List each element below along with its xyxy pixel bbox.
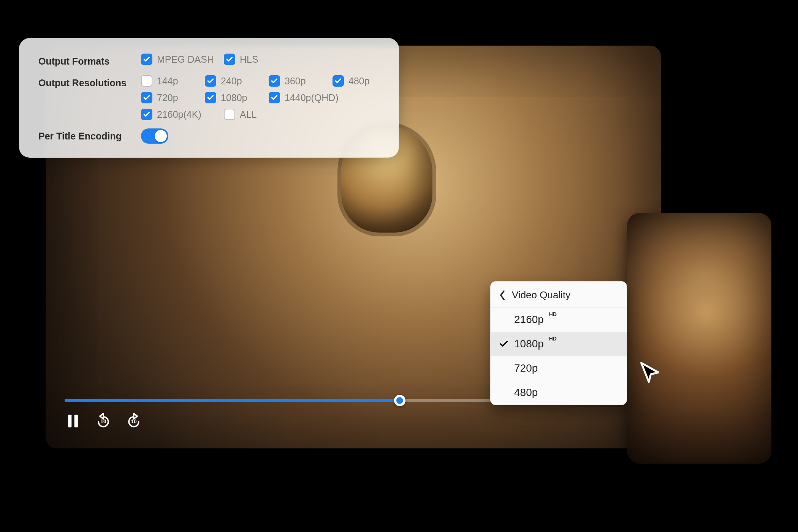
resolution-option-4[interactable]: 720p (141, 92, 198, 103)
resolution-option-3[interactable]: 480p (332, 75, 378, 87)
quality-option-label: 2160p HD (514, 314, 557, 326)
resolution-option-0[interactable]: 144p (141, 75, 198, 87)
checkbox-icon (205, 92, 216, 103)
resolution-option-1[interactable]: 240p (205, 75, 262, 87)
checkbox-icon (332, 75, 344, 87)
quality-options: 2160p HD1080p HD720p480p (491, 307, 627, 405)
rewind-10-icon: 10 (95, 413, 112, 429)
progress-knob[interactable] (394, 395, 405, 406)
checkbox-icon (141, 54, 152, 65)
output-formats-options: MPEG DASHHLS (141, 54, 258, 65)
svg-rect-1 (74, 415, 78, 428)
per-title-label: Per Title Encoding (38, 131, 141, 142)
svg-text:10: 10 (100, 419, 106, 424)
pause-button[interactable] (65, 413, 81, 429)
quality-menu-header: Video Quality (491, 282, 627, 307)
checkbox-label: 360p (285, 76, 306, 87)
resolution-option-6[interactable]: 1440p(QHD) (269, 92, 352, 103)
checkbox-label: ALL (240, 109, 256, 120)
quality-option-label: 480p (514, 386, 538, 399)
checkbox-icon (269, 75, 280, 87)
forward-10-icon: 10 (125, 413, 142, 429)
forward-10-button[interactable]: 10 (125, 413, 142, 429)
checkbox-label: 480p (348, 76, 370, 87)
resolution-option-5[interactable]: 1080p (205, 92, 262, 103)
mobile-preview (627, 213, 771, 464)
checkbox-label: 1440p(QHD) (285, 92, 339, 103)
checkbox-label: 144p (157, 76, 178, 87)
video-quality-menu: Video Quality 2160p HD1080p HD720p480p (490, 281, 627, 405)
output-resolutions-label: Output Resolutions (38, 75, 141, 89)
checkbox-icon (141, 75, 152, 87)
quality-option-480p[interactable]: 480p (491, 380, 627, 405)
checkbox-icon (205, 75, 216, 87)
quality-option-720p[interactable]: 720p (491, 356, 627, 380)
per-title-toggle[interactable] (141, 128, 168, 144)
svg-text:10: 10 (131, 419, 137, 424)
checkbox-icon (141, 92, 152, 103)
checkbox-label: MPEG DASH (157, 54, 214, 65)
quality-option-label: 1080p HD (514, 338, 557, 350)
chevron-left-icon[interactable] (499, 290, 506, 301)
check-icon (499, 339, 509, 349)
quality-menu-title: Video Quality (512, 289, 570, 301)
resolution-option-7[interactable]: 2160p(4K) (141, 109, 217, 120)
checkbox-label: 720p (157, 92, 178, 103)
checkbox-icon (269, 92, 280, 103)
encoding-settings-panel: Output Formats MPEG DASHHLS Output Resol… (19, 38, 399, 158)
checkbox-label: 240p (221, 76, 242, 87)
quality-option-label: 720p (514, 362, 538, 374)
resolution-option-8[interactable]: ALL (224, 109, 281, 120)
format-option-0[interactable]: MPEG DASH (141, 54, 217, 65)
checkbox-label: 2160p(4K) (157, 109, 201, 120)
output-resolutions-options: 144p240p360p480p720p1080p1440p(QHD)2160p… (141, 75, 380, 120)
pause-icon (65, 413, 81, 429)
checkbox-label: 1080p (221, 92, 247, 103)
format-option-1[interactable]: HLS (224, 54, 258, 65)
quality-option-2160p[interactable]: 2160p HD (491, 307, 627, 332)
rewind-10-button[interactable]: 10 (95, 413, 112, 429)
checkbox-icon (141, 109, 152, 120)
checkbox-icon (224, 54, 235, 65)
resolution-option-2[interactable]: 360p (269, 75, 326, 87)
checkbox-icon (224, 109, 235, 120)
quality-option-1080p[interactable]: 1080p HD (491, 332, 627, 356)
progress-fill (65, 399, 400, 402)
svg-rect-0 (68, 415, 71, 428)
output-formats-label: Output Formats (38, 54, 141, 67)
checkbox-label: HLS (240, 54, 258, 65)
